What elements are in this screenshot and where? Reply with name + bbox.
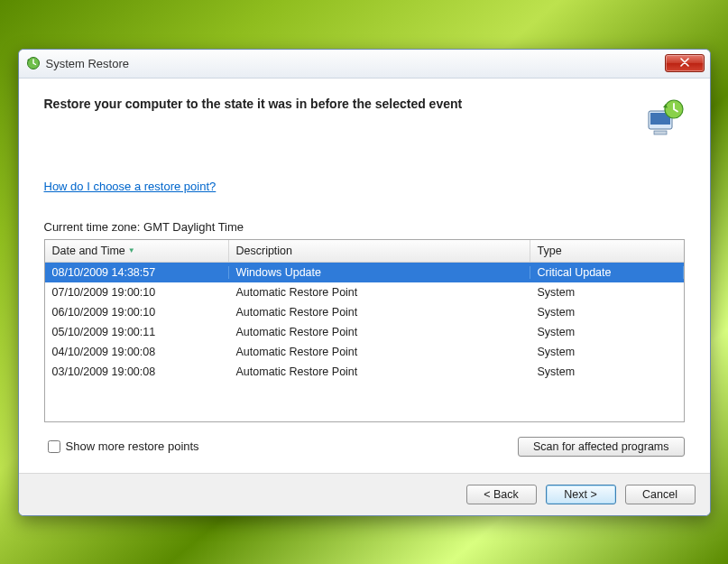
table-cell: Automatic Restore Point [229,346,530,358]
table-cell: 05/10/2009 19:00:11 [45,326,229,338]
table-cell: System [530,306,684,319]
restore-icon [26,56,41,70]
content-area: Restore your computer to the state it wa… [19,79,710,457]
table-cell: System [530,286,684,299]
table-cell: Automatic Restore Point [229,306,530,319]
show-more-label: Show more restore points [66,439,199,453]
table-header: Date and Time▼ Description Type [45,240,684,263]
table-cell: 04/10/2009 19:00:08 [45,346,229,358]
table-row[interactable]: 07/10/2009 19:00:10Automatic Restore Poi… [45,282,684,302]
table-row [45,402,684,421]
table-cell: 03/10/2009 19:00:08 [45,365,229,378]
sort-indicator-icon: ▼ [128,246,135,254]
table-cell: 06/10/2009 19:00:10 [45,306,229,319]
col-header-label: Date and Time [52,245,125,257]
cancel-button[interactable]: Cancel [625,485,696,504]
table-cell: System [530,346,684,358]
table-cell: Windows Update [229,266,530,279]
system-restore-window: System Restore Restore your computer to … [18,49,711,516]
scan-programs-button[interactable]: Scan for affected programs [518,437,685,457]
table-cell: System [530,365,684,378]
col-header-datetime[interactable]: Date and Time▼ [45,240,229,262]
timezone-label: Current time zone: GMT Daylight Time [44,220,685,234]
table-cell: Automatic Restore Point [229,326,530,338]
page-heading: Restore your computer to the state it wa… [44,97,463,111]
restore-points-table: Date and Time▼ Description Type 08/10/20… [44,239,685,422]
table-row [45,382,684,402]
table-row[interactable]: 08/10/2009 14:38:57Windows UpdateCritica… [45,263,684,282]
show-more-checkbox-input[interactable] [48,440,60,453]
close-icon [680,58,689,69]
titlebar[interactable]: System Restore [19,50,710,79]
table-row[interactable]: 04/10/2009 19:00:08Automatic Restore Poi… [45,342,684,362]
table-row[interactable]: 03/10/2009 19:00:08Automatic Restore Poi… [45,362,684,382]
back-button[interactable]: < Back [466,485,537,504]
show-more-checkbox[interactable]: Show more restore points [44,438,199,456]
col-header-type[interactable]: Type [530,240,684,262]
table-cell: System [530,326,684,338]
restore-large-icon [641,97,685,140]
table-body: 08/10/2009 14:38:57Windows UpdateCritica… [45,263,684,421]
wizard-footer: < Back Next > Cancel [19,473,710,515]
close-button[interactable] [665,54,705,72]
table-row[interactable]: 06/10/2009 19:00:10Automatic Restore Poi… [45,302,684,322]
table-cell: 07/10/2009 19:00:10 [45,286,229,299]
col-header-description[interactable]: Description [229,240,530,262]
help-link[interactable]: How do I choose a restore point? [44,180,217,193]
next-button[interactable]: Next > [546,485,616,504]
svg-rect-3 [654,131,667,134]
window-title: System Restore [46,57,665,70]
table-cell: Automatic Restore Point [229,365,530,378]
table-cell: Critical Update [530,266,684,279]
table-row[interactable]: 05/10/2009 19:00:11Automatic Restore Poi… [45,322,684,342]
table-cell: 08/10/2009 14:38:57 [45,266,229,279]
table-cell: Automatic Restore Point [229,286,530,299]
